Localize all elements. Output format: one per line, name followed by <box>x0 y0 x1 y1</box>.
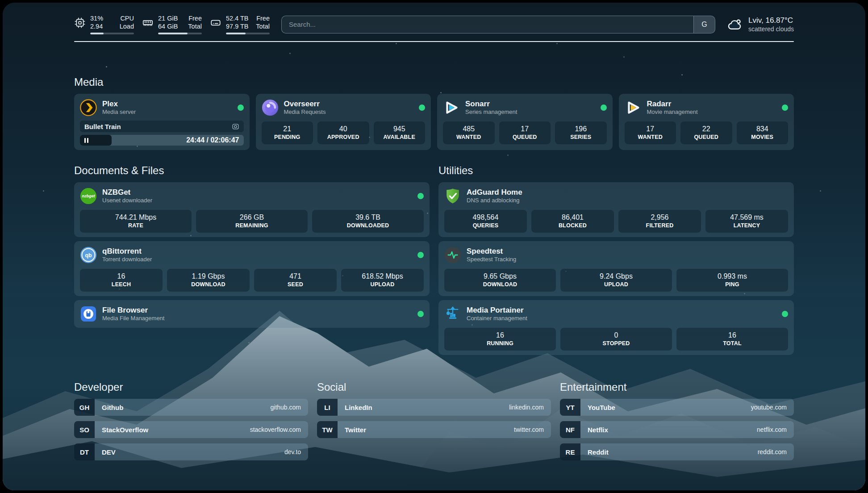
svg-text:nzbget: nzbget <box>82 194 95 198</box>
nzbget-card[interactable]: nzbget NZBGet Usenet downloader 744.21 M… <box>74 182 430 237</box>
qbittorrent-stat-leech: 16LEECH <box>80 269 163 292</box>
developer-section-title: Developer <box>74 381 308 393</box>
disk-free-label: Free <box>256 14 270 22</box>
cpu-icon <box>74 17 86 29</box>
documents-section-title: Documents & Files <box>74 164 430 177</box>
sonarr-icon <box>443 99 460 116</box>
qbittorrent-card[interactable]: qb qBittorrent Torrent downloader 16LEEC… <box>74 241 430 296</box>
filebrowser-card[interactable]: File Browser Media File Management <box>74 300 430 328</box>
link-twitter[interactable]: TW Twittertwitter.com <box>317 421 551 438</box>
nzbget-name: NZBGet <box>102 188 130 196</box>
section-documents: Documents & Files nzbget NZBGet Usenet d… <box>74 164 430 355</box>
link-linkedin[interactable]: LI LinkedInlinkedin.com <box>317 399 551 416</box>
overseerr-name: Overseerr <box>284 100 320 108</box>
section-entertainment: Entertainment YT YouTubeyoutube.com NF N… <box>560 381 794 466</box>
ram-total-value: 64 GiB <box>158 22 178 30</box>
adguard-stat-queries: 498,564QUERIES <box>444 210 527 233</box>
qbittorrent-status-dot <box>417 252 424 258</box>
twitter-name: Twitter <box>345 426 366 434</box>
weather-condition: scattered clouds <box>748 25 794 33</box>
overseerr-stat-pending: 21PENDING <box>262 121 313 144</box>
link-stackoverflow[interactable]: SO StackOverflowstackoverflow.com <box>74 421 308 438</box>
adguard-desc: DNS and adblocking <box>467 197 522 204</box>
qbittorrent-name: qBittorrent <box>102 247 142 255</box>
nzbget-icon: nzbget <box>80 188 97 205</box>
dev-name: DEV <box>102 448 116 456</box>
filebrowser-icon <box>80 305 97 322</box>
dev-url: dev.to <box>284 448 301 455</box>
qbittorrent-stat-upload: 618.52 MbpsUPLOAD <box>341 269 424 292</box>
cpu-label: CPU <box>120 14 134 22</box>
media-section-title: Media <box>74 76 794 88</box>
stackoverflow-badge: SO <box>74 421 95 438</box>
portainer-stat-running: 16RUNNING <box>444 328 556 351</box>
disk-progress-bar <box>226 33 270 34</box>
adguard-stat-blocked: 86,401BLOCKED <box>531 210 614 233</box>
linkedin-name: LinkedIn <box>345 404 372 411</box>
plex-card[interactable]: Plex Media server Bullet Train <box>74 94 250 150</box>
pause-button[interactable] <box>84 138 88 143</box>
adguard-icon <box>444 188 461 205</box>
plex-status-dot <box>238 104 244 111</box>
radarr-icon <box>625 99 642 116</box>
nzbget-stat-remaining: 266 GBREMAINING <box>196 210 308 233</box>
overseerr-status-dot <box>419 104 425 111</box>
link-netflix[interactable]: NF Netflixnetflix.com <box>560 421 794 438</box>
now-playing-title: Bullet Train <box>84 123 121 130</box>
ram-progress-bar <box>158 33 202 34</box>
search-input[interactable] <box>282 16 693 33</box>
github-url: github.com <box>271 404 301 411</box>
speedtest-card[interactable]: Speedtest Speedtest Tracking 9.65 GbpsDO… <box>438 241 794 296</box>
disk-icon <box>210 17 221 29</box>
portainer-card[interactable]: Media Portainer Container management 16R… <box>438 300 794 355</box>
qbittorrent-icon: qb <box>80 246 97 263</box>
cpu-usage-value: 31% <box>90 14 103 22</box>
reddit-name: Reddit <box>588 448 609 456</box>
reddit-badge: RE <box>560 443 580 460</box>
radarr-stat-wanted: 17WANTED <box>625 121 676 144</box>
svg-text:qb: qb <box>85 252 92 259</box>
filebrowser-desc: Media File Management <box>102 315 164 322</box>
radarr-stat-queued: 22QUEUED <box>680 121 732 144</box>
youtube-url: youtube.com <box>751 404 787 411</box>
speedtest-desc: Speedtest Tracking <box>467 256 516 263</box>
camera-icon[interactable] <box>232 123 239 130</box>
disk-stat: 52.4 TBFree 97.9 TBTotal <box>210 14 270 34</box>
sonarr-stat-queued: 17QUEUED <box>499 121 551 144</box>
sonarr-name: Sonarr <box>465 100 490 108</box>
top-bar: 31%CPU 2.94Load 21 GiBFree 64 GiBTotal <box>74 3 794 34</box>
portainer-icon <box>444 305 461 322</box>
filebrowser-name: File Browser <box>102 306 148 314</box>
github-name: Github <box>102 404 123 411</box>
dev-badge: DT <box>74 443 95 460</box>
cpu-load-value: 2.94 <box>90 22 103 30</box>
nzbget-status-dot <box>417 193 424 199</box>
social-section-title: Social <box>317 381 551 393</box>
link-youtube[interactable]: YT YouTubeyoutube.com <box>560 399 794 416</box>
qbittorrent-stat-download: 1.19 GbpsDOWNLOAD <box>167 269 250 292</box>
search-engine-button[interactable]: G <box>693 16 715 33</box>
cpu-load-label: Load <box>120 22 134 30</box>
netflix-name: Netflix <box>588 426 608 434</box>
overseerr-card[interactable]: Overseerr Media Requests 21PENDING 40APP… <box>256 94 431 150</box>
radarr-card[interactable]: Radarr Movie management 17WANTED 22QUEUE… <box>619 94 794 150</box>
link-dev[interactable]: DT DEVdev.to <box>74 443 308 460</box>
sonarr-card[interactable]: Sonarr Series management 485WANTED 17QUE… <box>437 94 613 150</box>
utilities-section-title: Utilities <box>438 164 794 177</box>
sonarr-status-dot <box>601 104 607 111</box>
section-social: Social LI LinkedInlinkedin.com TW Twitte… <box>317 381 551 466</box>
header-divider <box>74 41 794 42</box>
overseerr-desc: Media Requests <box>284 109 326 116</box>
disk-total-value: 97.9 TB <box>226 22 249 30</box>
nzbget-stat-rate: 744.21 MbpsRATE <box>80 210 192 233</box>
plex-desc: Media server <box>102 109 136 116</box>
adguard-card[interactable]: AdGuard Home DNS and adblocking 498,564Q… <box>438 182 794 237</box>
ram-free-label: Free <box>188 14 202 22</box>
portainer-stat-stopped: 0STOPPED <box>560 328 672 351</box>
speedtest-stat-upload: 9.24 GbpsUPLOAD <box>560 269 672 292</box>
link-github[interactable]: GH Githubgithub.com <box>74 399 308 416</box>
plex-progress-bar[interactable]: 24:44 / 02:06:47 <box>80 135 244 146</box>
sonarr-stat-series: 196SERIES <box>555 121 607 144</box>
link-reddit[interactable]: RE Redditreddit.com <box>560 443 794 460</box>
search-bar: G <box>281 16 715 33</box>
